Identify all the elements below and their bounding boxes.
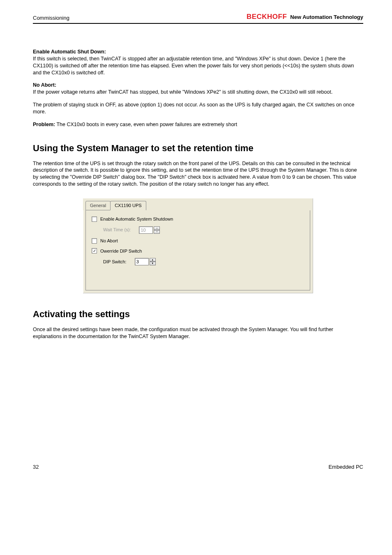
checkbox-override-dip[interactable]: ✓ [92,248,97,253]
spin-up-icon: ▲ [154,226,160,230]
para-problem: Problem: The CX10x0 boots in every case,… [33,121,363,128]
para-text: If this switch is selected, then TwinCAT… [33,56,354,76]
heading-activating: Activating the settings [33,308,363,320]
para-title: Problem: [33,122,55,127]
checkbox-no-abort[interactable] [92,238,97,244]
spin-down-icon: ▼ [154,230,160,234]
section-name: Commissioning [33,14,69,22]
checkbox-label: Enable Automatic System Shutdown [100,216,173,222]
tab-strip: General CX1190 UPS [83,198,313,210]
brand: BECKHOFF New Automation Technology [247,12,363,22]
wait-time-label: Wait Time (s): [103,227,131,233]
para-no-abort: No Abort:If the power voltage returns af… [33,82,363,96]
page-number: 32 [33,463,39,471]
page-header: Commissioning BECKHOFF New Automation Te… [33,12,363,24]
wait-time-input [139,226,153,234]
para-title: Enable Automatic Shut Down: [33,49,106,55]
heading-retention: Using the System Manager to set the rete… [33,142,363,154]
para-enable-shutdown: Enable Automatic Shut Down:If this switc… [33,48,363,76]
para-text: If the power voltage returns after TwinC… [33,89,332,95]
wait-time-stepper: ▲ ▼ [139,226,160,234]
para-problem-off: The problem of staying stuck in OFF, as … [33,101,363,115]
ups-dialog: General CX1190 UPS Enable Automatic Syst… [83,198,313,293]
spin-up-icon[interactable]: ▲ [150,258,156,262]
checkbox-enable-shutdown[interactable] [92,216,97,222]
page-footer: 32 Embedded PC [33,463,363,471]
tab-panel: Enable Automatic System Shutdown Wait Ti… [85,210,310,291]
para-text: The CX10x0 boots in every case, even whe… [55,122,237,127]
dip-switch-input[interactable] [135,258,149,265]
dip-switch-label: DIP Switch: [103,259,127,265]
spin-down-icon[interactable]: ▼ [150,262,156,265]
brand-name: BECKHOFF [247,12,287,22]
para-retention: The retention time of the UPS is set thr… [33,160,363,188]
checkbox-label: No Abort [100,238,118,244]
tab-general[interactable]: General [85,201,111,210]
checkbox-label: Owerride DIP Switch [100,248,142,254]
tab-cx1190-ups[interactable]: CX1190 UPS [110,201,146,210]
dip-switch-stepper[interactable]: ▲ ▼ [135,258,156,265]
brand-tagline: New Automation Technology [290,14,363,21]
para-activating: Once all the desired settings have been … [33,326,363,340]
doc-title: Embedded PC [328,463,363,471]
para-title: No Abort: [33,82,56,88]
